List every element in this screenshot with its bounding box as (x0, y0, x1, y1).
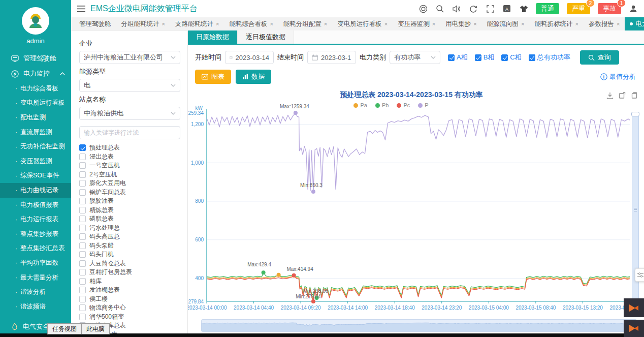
sidebar-subitem[interactable]: ·谐波分析 (0, 285, 71, 299)
screen-overlay-button[interactable] (624, 298, 644, 317)
data-tab[interactable]: 日原始数据 (188, 30, 238, 44)
query-button[interactable]: 查询 (580, 50, 619, 65)
meter-row[interactable]: 码头门机 (79, 250, 180, 259)
restore-icon[interactable] (630, 91, 638, 99)
checkbox-icon[interactable] (79, 189, 86, 196)
avatar[interactable] (22, 7, 49, 35)
chart-view-button[interactable]: 图表 (195, 70, 231, 84)
tab-close-icon[interactable]: × (162, 21, 165, 27)
meter-row[interactable]: 磷脂总表 (79, 215, 180, 224)
datazoom-handle[interactable] (631, 112, 639, 116)
page-tab[interactable]: 变压器监测× (393, 17, 440, 30)
data-tab[interactable]: 逐日极值数据 (238, 30, 294, 44)
checkbox-icon[interactable] (79, 180, 86, 187)
sidebar-subitem[interactable]: ·整点集抄汇总表 (0, 241, 71, 256)
page-tab[interactable]: 能耗折标统计× (530, 17, 584, 30)
status-badge-accident[interactable]: 事故1 (598, 3, 621, 14)
checkbox-checked-icon[interactable] (79, 144, 86, 151)
sidebar-subitem[interactable]: ·配电监测 (0, 110, 71, 125)
tab-close-icon[interactable]: × (216, 21, 219, 27)
meter-row[interactable]: 污水处理总 (79, 224, 180, 233)
meter-row[interactable]: 侯工楼 (79, 295, 180, 304)
checkbox-icon[interactable] (79, 269, 86, 275)
status-badge-normal[interactable]: 普通 (536, 3, 559, 14)
sidebar-subitem[interactable]: ·电力曲线记录 (0, 183, 71, 198)
checkbox-icon[interactable] (79, 198, 86, 204)
fullscreen-icon[interactable] (486, 4, 495, 13)
meter-row[interactable]: 豆粕打包房总表 (79, 268, 180, 277)
page-tab[interactable]: 变电所运行看板× (332, 17, 393, 30)
meter-row[interactable]: 润华500箱变 (79, 313, 180, 322)
meter-row[interactable]: 预处理总表 (79, 143, 180, 152)
sidebar-subitem[interactable]: ·谐波频谱 (0, 299, 71, 314)
sidebar-subitem[interactable]: ·综保SOE事件 (0, 169, 71, 183)
page-tab[interactable]: 参数报告× (584, 17, 625, 30)
record-icon[interactable] (418, 4, 428, 13)
page-tab[interactable]: 电力曲线记录× (625, 17, 644, 30)
phase-checkbox[interactable]: B相 (475, 53, 495, 62)
meter-row[interactable]: 粕库 (79, 277, 180, 286)
search-icon[interactable] (435, 4, 444, 13)
data-view-button[interactable]: 数据 (236, 70, 271, 84)
status-badge-severe[interactable]: 严重2 (567, 3, 590, 14)
checkbox-icon[interactable] (79, 216, 86, 222)
page-tab[interactable]: 用电集抄× (440, 17, 481, 30)
axis-settings-button[interactable] (635, 268, 644, 282)
meter-row[interactable]: 2号空压机 (79, 170, 180, 179)
phase-checkbox[interactable]: C相 (501, 53, 521, 62)
tab-close-icon[interactable]: × (617, 21, 620, 27)
meter-row[interactable]: 锅炉车间总表 (79, 188, 180, 197)
download-icon[interactable] (606, 91, 614, 99)
phase-checkbox[interactable]: 总有功功率 (529, 53, 570, 62)
meter-row[interactable]: 膨化大豆用电 (79, 179, 180, 188)
theme-icon[interactable] (519, 4, 528, 13)
sidebar-subitem[interactable]: ·平均功率因数 (0, 256, 71, 270)
checkbox-icon[interactable] (79, 260, 86, 267)
page-tab[interactable]: 能源流向图× (482, 17, 530, 30)
sidebar-subitem[interactable]: ·最大需量分析 (0, 270, 71, 285)
sidebar-subitem[interactable]: ·变电所运行看板 (0, 96, 71, 111)
checkbox-icon[interactable] (79, 233, 86, 240)
meter-row[interactable]: 大豆筒仓总表 (79, 259, 180, 268)
sidebar-subitem[interactable]: ·电力综合看板 (0, 81, 71, 96)
checkbox-icon[interactable] (79, 251, 86, 258)
tab-close-icon[interactable]: × (432, 21, 435, 27)
horizontal-datazoom-brush[interactable] (201, 319, 637, 332)
meter-row[interactable]: 精炼总表 (79, 206, 180, 215)
translate-icon[interactable]: A (502, 4, 511, 13)
meter-row[interactable]: 浸出总表 (79, 152, 180, 162)
meter-row[interactable]: 脱胶油表 (79, 197, 180, 206)
tab-close-icon[interactable]: × (575, 21, 578, 27)
checkbox-icon[interactable] (79, 278, 86, 285)
checkbox-icon[interactable] (79, 314, 86, 320)
extreme-analysis-link[interactable]: 最值分析 (600, 72, 636, 81)
meter-row[interactable]: 发油棚总表 (79, 286, 180, 295)
checkbox-icon[interactable] (79, 242, 86, 249)
refresh-icon[interactable] (469, 4, 478, 13)
volume-icon[interactable] (452, 4, 461, 13)
checkbox-icon[interactable] (79, 154, 86, 160)
checkbox-icon[interactable] (79, 207, 86, 213)
sidebar-subitem[interactable]: ·无功补偿柜监测 (0, 139, 71, 154)
tab-close-icon[interactable]: × (324, 21, 327, 27)
sidebar-subitem[interactable]: ·变压器监测 (0, 154, 71, 169)
checkbox-icon[interactable] (79, 287, 86, 293)
keyword-filter-input[interactable] (79, 126, 180, 139)
sidebar-subitem[interactable]: ·直流屏监测 (0, 125, 71, 140)
chart-canvas[interactable]: 259.341,2001,000800600400279.84kW2023-03… (189, 107, 640, 313)
tab-close-icon[interactable]: × (521, 21, 524, 27)
checkbox-icon[interactable] (79, 171, 86, 178)
sidebar-subitem[interactable]: ·电力运行报表 (0, 212, 71, 227)
tab-close-icon[interactable]: × (384, 21, 388, 27)
sidebar-item-power-monitor[interactable]: 电力监控 (0, 66, 71, 81)
checkbox-icon[interactable] (79, 296, 86, 302)
phase-checkbox[interactable]: A相 (448, 53, 468, 62)
end-date-input[interactable]: 2023-03-1 (307, 51, 356, 64)
enterprise-select[interactable]: 泸州中海粮油工业有限公司 (79, 51, 180, 64)
sidebar-subitem[interactable]: ·电力极值报表 (0, 198, 71, 212)
screen-overlay-button[interactable] (624, 320, 644, 337)
page-tab[interactable]: 能耗综合看板× (224, 17, 278, 30)
tab-close-icon[interactable]: × (473, 21, 476, 27)
page-tab[interactable]: 管理驾驶舱 (74, 17, 116, 30)
start-date-input[interactable]: 2023-03-14 (225, 51, 274, 64)
